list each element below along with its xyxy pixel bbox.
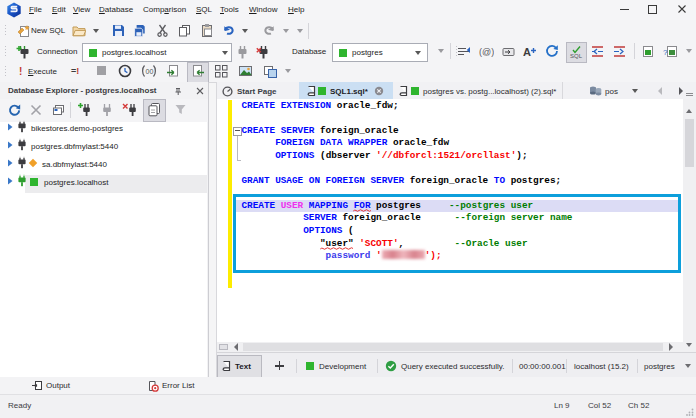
svg-text:(@): (@) bbox=[479, 47, 494, 57]
svg-text:SQL: SQL bbox=[570, 53, 583, 59]
svg-text:?: ? bbox=[663, 48, 668, 57]
svg-text:A: A bbox=[523, 46, 531, 58]
svg-text:00: 00 bbox=[146, 68, 154, 75]
